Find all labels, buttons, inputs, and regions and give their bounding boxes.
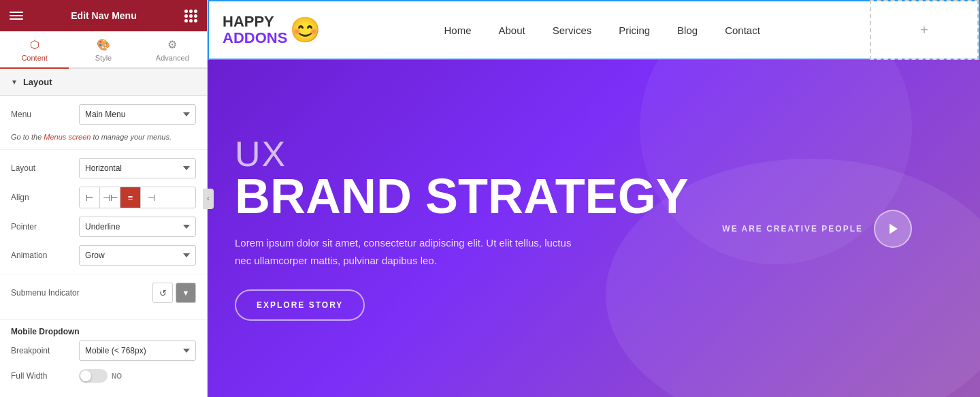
nav-link-contact[interactable]: Contact bbox=[725, 25, 760, 36]
nav-link-services[interactable]: Services bbox=[553, 25, 592, 36]
align-left-btn[interactable]: ⊢ bbox=[80, 187, 100, 208]
toggle-track bbox=[79, 369, 108, 383]
pointer-select-wrap: Underline Overline None bbox=[79, 217, 196, 237]
tab-advanced-label: Advanced bbox=[156, 54, 189, 62]
play-button[interactable] bbox=[874, 210, 912, 248]
panel-content: ▼ Layout Menu Main Menu Go to the Menus … bbox=[0, 69, 207, 397]
tab-advanced[interactable]: ⚙ Advanced bbox=[138, 31, 207, 69]
submenu-controls: ↺ ▼ bbox=[152, 283, 196, 303]
animation-row: Animation Grow Shrink Slide bbox=[11, 245, 196, 266]
nav-plus-button[interactable]: + bbox=[870, 0, 979, 60]
animation-label: Animation bbox=[11, 251, 79, 260]
right-panel: HAPPY ADDONS 😊 Home About Services Prici… bbox=[208, 0, 980, 397]
animation-select-wrap: Grow Shrink Slide bbox=[79, 245, 196, 266]
menu-section: Menu Main Menu Go to the Menus screen to… bbox=[0, 96, 207, 150]
hero-content: UX BRAND STRATEGY Lorem ipsum dolor sit … bbox=[208, 109, 716, 348]
align-label: Align bbox=[11, 193, 79, 202]
logo-happy: HAPPY bbox=[223, 14, 287, 30]
preview-hero: UX BRAND STRATEGY Lorem ipsum dolor sit … bbox=[208, 60, 980, 397]
menu-label: Menu bbox=[11, 110, 79, 119]
submenu-section: Submenu Indicator ↺ ▼ bbox=[0, 274, 207, 320]
align-buttons-wrap: ⊢ ⊣⊢ ≡ ⊣ bbox=[79, 187, 196, 208]
left-panel: Edit Nav Menu ⬡ Content 🎨 Style ⚙ Advanc… bbox=[0, 0, 208, 397]
tab-style[interactable]: 🎨 Style bbox=[69, 31, 137, 69]
menu-hint-suffix: to manage your menus. bbox=[91, 133, 172, 141]
hero-creative-text: WE ARE CREATIVE PEOPLE bbox=[722, 224, 863, 234]
breakpoint-label: Breakpoint bbox=[11, 346, 79, 355]
nav-link-home[interactable]: Home bbox=[444, 25, 472, 36]
pointer-select[interactable]: Underline Overline None bbox=[79, 217, 196, 237]
svg-marker-0 bbox=[889, 223, 898, 234]
panel-tabs: ⬡ Content 🎨 Style ⚙ Advanced bbox=[0, 31, 207, 69]
submenu-indicator-row: Submenu Indicator ↺ ▼ bbox=[11, 283, 196, 303]
toggle-label: NO bbox=[112, 372, 122, 380]
align-justify-btn[interactable]: ≡ bbox=[120, 187, 141, 208]
nav-link-about[interactable]: About bbox=[499, 25, 525, 36]
tab-content-label: Content bbox=[21, 54, 48, 62]
hero-right: WE ARE CREATIVE PEOPLE bbox=[722, 210, 912, 248]
layout-arrow-icon: ▼ bbox=[11, 78, 18, 86]
grid-icon[interactable] bbox=[184, 10, 197, 22]
nav-link-blog[interactable]: Blog bbox=[677, 25, 698, 36]
nav-links: Home About Services Pricing Blog Contact bbox=[334, 25, 870, 36]
panel-topbar: Edit Nav Menu bbox=[0, 0, 207, 31]
full-width-toggle[interactable]: NO bbox=[79, 369, 196, 383]
align-row: Align ⊢ ⊣⊢ ≡ ⊣ bbox=[11, 187, 196, 208]
panel-title: Edit Nav Menu bbox=[71, 10, 136, 21]
layout-section-label: Layout bbox=[23, 77, 52, 87]
layout-select[interactable]: Horizontal Vertical bbox=[79, 158, 196, 178]
nav-logo: HAPPY ADDONS 😊 bbox=[209, 14, 334, 46]
submenu-indicator-label: Submenu Indicator bbox=[11, 288, 152, 298]
panel-collapse-arrow[interactable]: ‹ bbox=[203, 189, 214, 209]
logo-icon: 😊 bbox=[290, 16, 321, 44]
preview-nav: HAPPY ADDONS 😊 Home About Services Prici… bbox=[208, 0, 980, 60]
chevron-down-icon: ▼ bbox=[182, 289, 190, 297]
breakpoint-row: Breakpoint Mobile (< 768px) Tablet (< 10… bbox=[11, 340, 196, 361]
hero-description: Lorem ipsum dolor sit amet, consectetur … bbox=[235, 234, 589, 269]
menu-hint: Go to the Menus screen to manage your me… bbox=[11, 133, 196, 141]
content-icon: ⬡ bbox=[30, 38, 39, 51]
layout-label: Layout bbox=[11, 163, 79, 173]
full-width-label: Full Width bbox=[11, 371, 79, 381]
hero-brand-text: BRAND STRATEGY bbox=[235, 172, 689, 221]
nav-link-pricing[interactable]: Pricing bbox=[619, 25, 650, 36]
tab-content[interactable]: ⬡ Content bbox=[0, 31, 69, 69]
layout-select-wrap: Horizontal Vertical bbox=[79, 158, 196, 178]
logo-text: HAPPY ADDONS bbox=[223, 14, 287, 46]
align-center-btn[interactable]: ⊣⊢ bbox=[100, 187, 120, 208]
toggle-thumb bbox=[80, 370, 91, 381]
menu-hint-prefix: Go to the bbox=[11, 133, 44, 141]
breakpoint-select-wrap: Mobile (< 768px) Tablet (< 1025px) bbox=[79, 340, 196, 361]
explore-story-button[interactable]: EXPLORE STORY bbox=[235, 289, 365, 321]
layout-section: Layout Horizontal Vertical Align ⊢ ⊣⊢ ≡ bbox=[0, 150, 207, 274]
play-icon bbox=[887, 222, 900, 236]
full-width-toggle-wrap: NO bbox=[79, 369, 196, 383]
hamburger-icon[interactable] bbox=[10, 9, 23, 22]
align-right-btn[interactable]: ⊣ bbox=[141, 187, 161, 208]
mobile-dropdown-header: Mobile Dropdown bbox=[0, 320, 207, 340]
style-icon: 🎨 bbox=[97, 38, 110, 51]
layout-row: Layout Horizontal Vertical bbox=[11, 158, 196, 178]
breakpoint-select[interactable]: Mobile (< 768px) Tablet (< 1025px) bbox=[79, 340, 196, 361]
menu-select[interactable]: Main Menu bbox=[79, 104, 196, 125]
advanced-icon: ⚙ bbox=[167, 38, 177, 51]
hero-ux-text: UX bbox=[235, 136, 689, 172]
logo-addons: ADDONS bbox=[223, 30, 287, 46]
mobile-dropdown-section: Mobile Dropdown Breakpoint Mobile (< 768… bbox=[0, 320, 207, 391]
refresh-icon: ↺ bbox=[159, 288, 167, 298]
mobile-section-content: Breakpoint Mobile (< 768px) Tablet (< 10… bbox=[0, 340, 207, 391]
pointer-label: Pointer bbox=[11, 222, 79, 232]
toggle-track-wrap[interactable] bbox=[79, 369, 108, 383]
menus-screen-link[interactable]: Menus screen bbox=[44, 133, 91, 141]
layout-section-header[interactable]: ▼ Layout bbox=[0, 69, 207, 96]
pointer-row: Pointer Underline Overline None bbox=[11, 217, 196, 237]
animation-select[interactable]: Grow Shrink Slide bbox=[79, 245, 196, 266]
menu-select-wrap: Main Menu bbox=[79, 104, 196, 125]
submenu-arrow-btn[interactable]: ▼ bbox=[176, 283, 196, 303]
plus-icon: + bbox=[920, 22, 928, 38]
menu-row: Menu Main Menu bbox=[11, 104, 196, 125]
submenu-icon-btn[interactable]: ↺ bbox=[152, 283, 173, 303]
tab-style-label: Style bbox=[95, 54, 112, 62]
align-buttons: ⊢ ⊣⊢ ≡ ⊣ bbox=[79, 187, 196, 208]
full-width-row: Full Width NO bbox=[11, 369, 196, 383]
